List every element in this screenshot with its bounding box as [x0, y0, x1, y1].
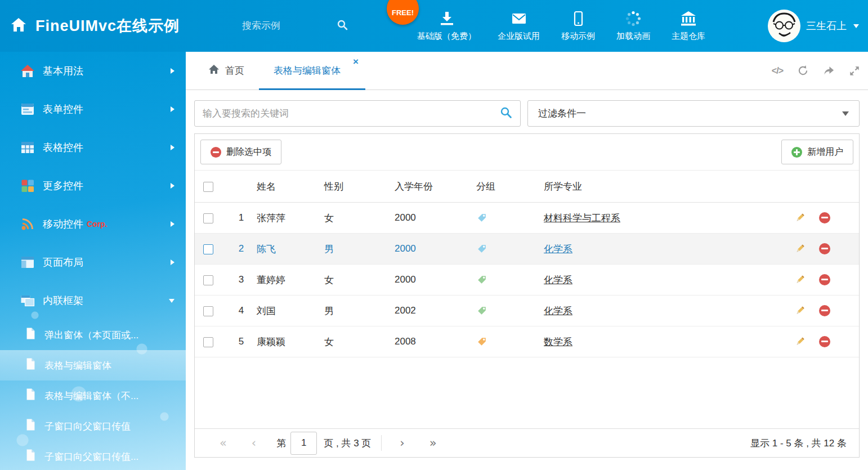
- delete-row-icon[interactable]: [819, 243, 830, 254]
- delete-row-icon[interactable]: [819, 336, 830, 347]
- row-checkbox[interactable]: [203, 337, 213, 347]
- cell-gender: 女: [324, 203, 395, 234]
- tag-icon: [476, 305, 487, 316]
- col-actions: [794, 171, 859, 203]
- page-count-label: 页 , 共 3 页: [324, 437, 371, 450]
- delete-row-icon[interactable]: [819, 305, 830, 316]
- signal-icon: [20, 217, 35, 231]
- last-page-icon[interactable]: »: [417, 436, 449, 450]
- row-checkbox[interactable]: [203, 275, 213, 285]
- sidebar-subitem-popup-window[interactable]: 弹出窗体（本页面或...: [0, 320, 186, 350]
- prev-page-icon[interactable]: ‹: [239, 436, 269, 450]
- sidebar: 基本用法 表单控件 表格控件 更多控件: [0, 52, 186, 470]
- cell-name: 陈飞: [257, 234, 324, 265]
- tab-bar: 首页 表格与编辑窗体 × </>: [186, 52, 868, 90]
- edit-icon[interactable]: [794, 305, 806, 316]
- sidebar-item-more-controls[interactable]: 更多控件: [0, 167, 186, 205]
- add-user-button[interactable]: 新增用户: [781, 140, 853, 164]
- select-all-checkbox[interactable]: [203, 182, 213, 192]
- delete-row-icon[interactable]: [819, 212, 830, 223]
- app-home-icon[interactable]: [10, 16, 27, 35]
- table-icon: [20, 140, 35, 155]
- next-page-icon[interactable]: ›: [387, 436, 417, 450]
- row-checkbox[interactable]: [203, 244, 213, 254]
- home-icon: [208, 64, 220, 78]
- source-code-icon[interactable]: </>: [772, 66, 783, 76]
- table-row[interactable]: 3 董婷婷 女 2000 化学系: [195, 265, 859, 296]
- table-wrap: 姓名 性别 入学年份 分组 所学专业 1: [195, 170, 859, 357]
- refresh-icon[interactable]: [797, 65, 809, 77]
- row-index: 1: [226, 203, 257, 234]
- edit-icon[interactable]: [794, 274, 806, 285]
- major-link[interactable]: 数学系: [544, 337, 572, 347]
- chevron-right-icon: [171, 183, 175, 189]
- nav-theme-store[interactable]: 主题仓库: [661, 10, 716, 42]
- chevron-down-icon: [842, 111, 849, 116]
- row-checkbox[interactable]: [203, 213, 213, 223]
- nav-enterprise-trial[interactable]: 企业版试用: [487, 10, 551, 42]
- row-index: 5: [226, 326, 257, 357]
- edit-icon[interactable]: [794, 336, 806, 347]
- page-number-input[interactable]: [290, 432, 317, 455]
- table-body: 1 张萍萍 女 2000 材料科学与工程系: [195, 203, 859, 357]
- close-icon[interactable]: ×: [353, 57, 359, 66]
- sidebar-item-iframe[interactable]: 内联框架: [0, 281, 186, 320]
- nav-mobile-demo[interactable]: 移动示例: [551, 10, 606, 42]
- major-link[interactable]: 化学系: [544, 275, 572, 285]
- row-index: 2: [226, 234, 257, 265]
- nav-label: 加载动画: [616, 31, 650, 42]
- home-icon: [20, 64, 35, 78]
- filter-dropdown[interactable]: 过滤条件一: [527, 100, 860, 127]
- download-icon: [439, 10, 455, 27]
- username: 三生石上: [806, 19, 847, 33]
- tab-grid-edit-window[interactable]: 表格与编辑窗体 ×: [259, 52, 365, 89]
- cell-name: 刘国: [257, 296, 324, 326]
- nav-basic-free[interactable]: 基础版（免费）: [406, 10, 487, 42]
- spinner-icon: [625, 10, 642, 27]
- cell-year: 2002: [395, 296, 476, 326]
- table-row[interactable]: 1 张萍萍 女 2000 材料科学与工程系: [195, 203, 859, 234]
- table-row[interactable]: 4 刘国 男 2002 化学系: [195, 296, 859, 326]
- col-major: 所学专业: [544, 171, 794, 203]
- top-search-input[interactable]: [242, 20, 337, 32]
- table-row[interactable]: 2 陈飞 男 2000 化学系: [195, 234, 859, 265]
- chevron-right-icon: [171, 106, 175, 112]
- edit-icon[interactable]: [794, 212, 806, 223]
- sidebar-item-mobile-controls[interactable]: 移动控件 Corp.: [0, 205, 186, 243]
- sidebar-item-form-controls[interactable]: 表单控件: [0, 90, 186, 128]
- share-icon[interactable]: [823, 65, 835, 77]
- edit-icon[interactable]: [794, 243, 806, 254]
- sidebar-item-grid-controls[interactable]: 表格控件: [0, 128, 186, 167]
- sidebar-subitem-grid-edit-window-2[interactable]: 表格与编辑窗体（不...: [0, 381, 186, 411]
- first-page-icon[interactable]: «: [207, 436, 239, 450]
- expand-icon[interactable]: [849, 65, 860, 77]
- search-icon[interactable]: [500, 106, 512, 121]
- sidebar-item-page-layout[interactable]: 页面布局: [0, 243, 186, 281]
- pagination-bar: « ‹ 第 页 , 共 3 页 › » 显示 1 - 5 条 , 共 12 条: [195, 428, 859, 457]
- major-link[interactable]: 化学系: [544, 306, 572, 316]
- major-link[interactable]: 材料科学与工程系: [544, 213, 620, 223]
- major-link[interactable]: 化学系: [544, 244, 572, 254]
- sidebar-subitem-grid-edit-window[interactable]: 表格与编辑窗体: [0, 350, 186, 381]
- search-icon[interactable]: [337, 19, 348, 33]
- cell-name: 张萍萍: [257, 203, 324, 234]
- sidebar-subitem-child-to-parent[interactable]: 子窗口向父窗口传值: [0, 411, 186, 441]
- tab-home[interactable]: 首页: [194, 52, 259, 89]
- keyword-search-input[interactable]: [203, 108, 500, 119]
- chevron-down-icon: [853, 24, 859, 28]
- delete-selected-button[interactable]: 删除选中项: [200, 140, 281, 164]
- table-row[interactable]: 5 康颖颖 女 2008 数学系: [195, 326, 859, 357]
- sidebar-subitem-child-to-parent-2[interactable]: 子窗口向父窗口传值...: [0, 441, 186, 470]
- tag-icon: [476, 243, 487, 254]
- nav-loading-animation[interactable]: 加载动画: [606, 10, 661, 42]
- tag-icon: [476, 212, 487, 223]
- avatar: [768, 10, 800, 42]
- pager-divider: [381, 435, 382, 451]
- delete-row-icon[interactable]: [819, 274, 830, 285]
- sidebar-item-basic-usage[interactable]: 基本用法: [0, 52, 186, 90]
- row-checkbox[interactable]: [203, 306, 213, 316]
- cell-gender: 女: [324, 326, 395, 357]
- bank-icon: [680, 10, 697, 27]
- corp-badge: Corp.: [87, 220, 108, 229]
- user-menu[interactable]: 三生石上: [768, 0, 859, 52]
